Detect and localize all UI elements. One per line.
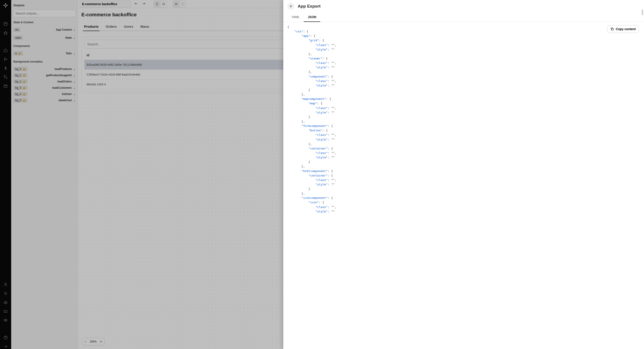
- export-tab-json[interactable]: JSON: [304, 12, 320, 22]
- svg-rect-26: [612, 28, 613, 30]
- export-drawer: App Export YAMLJSON Copy content { "css"…: [283, 0, 644, 349]
- drawer-tabs: YAMLJSON: [283, 12, 644, 22]
- drawer-scrollbar[interactable]: [642, 9, 643, 15]
- json-output: { "css": { "app": { "grid": { "class": "…: [287, 25, 640, 214]
- close-button[interactable]: [287, 3, 294, 10]
- export-tab-yaml[interactable]: YAML: [287, 12, 304, 22]
- drawer-body: Copy content { "css": { "app": { "grid":…: [283, 22, 644, 349]
- modal-overlay[interactable]: [0, 0, 283, 349]
- copy-content-button[interactable]: Copy content: [607, 25, 639, 33]
- drawer-title: App Export: [298, 4, 320, 9]
